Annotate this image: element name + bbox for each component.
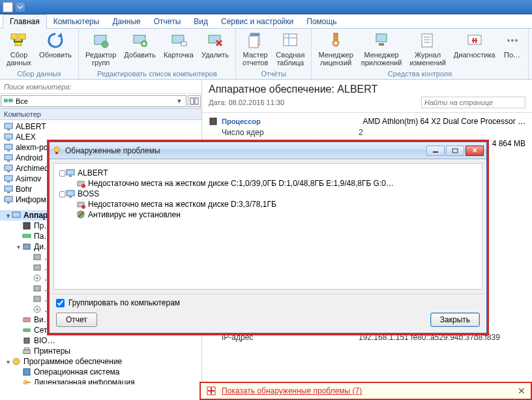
svg-rect-38	[7, 150, 10, 151]
monitor-icon	[4, 164, 13, 173]
svg-rect-29	[9, 99, 12, 102]
page-title: Аппаратное обеспечение: ALBERT	[209, 84, 525, 95]
tree-item[interactable]: Лицензионная информация	[0, 377, 201, 384]
tree-item-sw[interactable]: ▾Программное обеспечение	[0, 356, 201, 367]
svg-rect-35	[5, 134, 12, 139]
host-node[interactable]: ▢ALBERT	[58, 168, 478, 178]
svg-point-77	[54, 147, 59, 152]
tab-6[interactable]: Помощь	[300, 15, 343, 28]
group-by-computer-checkbox[interactable]: Группировать по компьютерам	[56, 298, 480, 307]
computer-search-input[interactable]	[0, 80, 201, 93]
expand-icon[interactable]: ▢	[58, 189, 66, 198]
host-node[interactable]: ▢BOSS	[58, 189, 478, 199]
tab-0[interactable]: Главная	[3, 14, 47, 29]
more-icon	[503, 31, 522, 50]
groups-icon	[92, 31, 110, 50]
tree-item[interactable]: Принтеры	[0, 346, 201, 356]
close-dialog-button[interactable]: Закрыть	[430, 313, 480, 327]
minimize-button[interactable]	[426, 146, 445, 156]
expand-icon[interactable]: ▾	[14, 243, 22, 251]
qat-dropdown[interactable]	[16, 3, 25, 12]
svg-point-84	[81, 184, 85, 188]
svg-point-17	[333, 40, 338, 46]
page-search[interactable]	[421, 97, 525, 108]
ribbon-apps[interactable]: Менеджерприложений	[357, 30, 406, 69]
ribbon-diag[interactable]: Диагностика	[450, 30, 499, 69]
svg-rect-64	[23, 350, 30, 354]
svg-rect-41	[5, 165, 12, 170]
ribbon-add[interactable]: Добавить	[120, 30, 160, 69]
ribbon: СборданныхОбновитьСбор данныхРедакторгру…	[0, 29, 532, 80]
video-icon	[22, 315, 31, 324]
maximize-button[interactable]	[446, 146, 464, 156]
disk-warn-icon	[76, 179, 85, 188]
ribbon-key[interactable]: Менеджерлицензий	[314, 30, 357, 69]
dialog-titlebar[interactable]: Обнаруженные проблемы ✕	[50, 142, 486, 159]
title-bar	[0, 0, 532, 14]
cpu-icon	[22, 221, 31, 230]
ribbon-collect[interactable]: Сборданных	[3, 30, 35, 69]
svg-rect-80	[452, 149, 458, 153]
ribbon-card[interactable]: Карточка	[160, 30, 198, 69]
svg-rect-39	[5, 155, 12, 160]
ribbon-refresh[interactable]: Обновить	[35, 30, 76, 69]
computer-item[interactable]: ALBERT	[0, 121, 201, 132]
monitor-icon	[66, 189, 75, 198]
monitor-icon	[4, 132, 13, 142]
svg-rect-52	[23, 244, 30, 249]
problems-banner: Показать обнаруженные проблемы (7) ✕	[200, 382, 532, 400]
ribbon-report[interactable]: Мастеротчетов	[239, 30, 272, 69]
svg-rect-34	[7, 129, 10, 131]
svg-point-25	[507, 39, 510, 42]
disc-icon	[12, 357, 21, 366]
svg-rect-45	[5, 186, 12, 191]
svg-rect-58	[34, 296, 40, 301]
svg-rect-67	[23, 369, 30, 375]
svg-rect-0	[11, 34, 18, 39]
close-icon[interactable]: ✕	[518, 386, 525, 396]
app-icon	[3, 2, 13, 12]
svg-rect-71	[210, 118, 216, 125]
svg-rect-18	[376, 34, 387, 42]
tab-5[interactable]: Сервис и настройки	[214, 15, 300, 28]
report-button[interactable]: Отчет	[56, 313, 97, 327]
tab-1[interactable]: Компьютеры	[47, 15, 106, 28]
collect-icon	[10, 31, 28, 50]
svg-rect-51	[23, 234, 31, 238]
monitor-icon	[4, 122, 13, 131]
show-problems-link[interactable]: Показать обнаруженные проблемы (7)	[222, 386, 362, 395]
svg-rect-28	[4, 99, 7, 102]
bulb-icon	[52, 146, 61, 155]
snapshot-date: Дата: 08.02.2016 11:30	[209, 99, 421, 106]
ribbon-more[interactable]: По…	[499, 30, 525, 69]
ribbon-groups[interactable]: Редакторгрупп	[81, 30, 120, 69]
svg-point-56	[37, 277, 38, 279]
tree-item[interactable]: Операционная система	[0, 367, 201, 377]
computer-search[interactable]	[0, 80, 201, 94]
tree-item[interactable]: BIO…	[0, 335, 201, 346]
svg-point-26	[511, 39, 514, 42]
close-button[interactable]: ✕	[466, 146, 484, 156]
ribbon-journal[interactable]: Журнализменений	[406, 30, 449, 69]
monitor-icon	[66, 168, 75, 177]
hdd-icon	[33, 284, 42, 293]
svg-rect-57	[34, 286, 40, 291]
svg-rect-36	[7, 140, 10, 141]
monitor-icon	[4, 143, 13, 152]
issue-item[interactable]: Антивирус не установлен	[58, 209, 478, 220]
issue-item[interactable]: Недостаточно места на жестком диске D:3,…	[58, 199, 478, 209]
monitor-icon	[12, 211, 21, 220]
expand-icon[interactable]: ▢	[58, 168, 66, 177]
tab-2[interactable]: Данные	[106, 15, 147, 28]
ribbon-delete[interactable]: Удалить	[198, 30, 233, 69]
svg-rect-37	[5, 144, 12, 149]
svg-rect-32	[195, 98, 198, 104]
issue-item[interactable]: Недостаточно места на жестком диске C:1,…	[58, 178, 478, 189]
ribbon-pivot[interactable]: Своднаятаблица	[272, 30, 308, 69]
diag-icon	[466, 31, 484, 50]
tab-3[interactable]: Отчеты	[147, 15, 187, 28]
chevron-down-icon: ▼	[175, 98, 183, 104]
view-toggle[interactable]	[188, 95, 201, 107]
group-filter-combo[interactable]: Все ▼	[1, 95, 186, 107]
tab-4[interactable]: Вид	[187, 15, 214, 28]
